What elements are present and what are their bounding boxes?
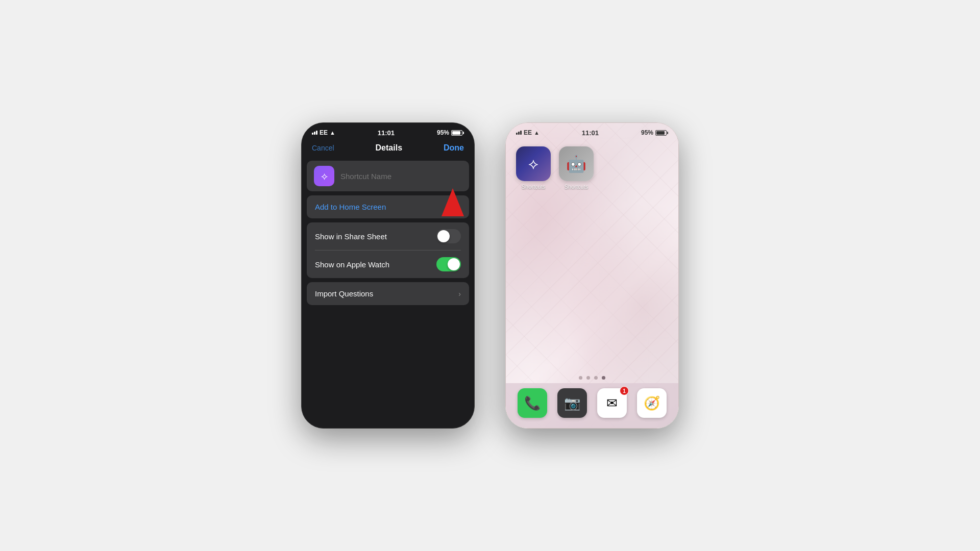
left-status-left: EE ▲ xyxy=(312,129,335,136)
page-dot-3 xyxy=(594,376,598,380)
wifi-icon: ▲ xyxy=(330,130,335,136)
right-time: 11:01 xyxy=(582,129,599,137)
page-dot-1 xyxy=(579,376,582,380)
page-dot-4 xyxy=(602,376,605,380)
battery-icon xyxy=(451,130,464,136)
left-time: 11:01 xyxy=(378,129,395,137)
safari-icon: 🧭 xyxy=(644,395,660,411)
nav-title: Details xyxy=(376,143,402,153)
right-wifi-icon: ▲ xyxy=(534,130,540,136)
apple-watch-row: Show on Apple Watch xyxy=(307,251,469,278)
cancel-button[interactable]: Cancel xyxy=(312,144,334,152)
done-button[interactable]: Done xyxy=(444,143,464,153)
shortcuts-label-1: Shortcuts xyxy=(522,184,545,190)
dock-camera-button[interactable]: 📷 xyxy=(557,388,587,418)
page-dot-2 xyxy=(586,376,590,380)
right-signal-icon xyxy=(516,131,522,135)
right-battery-icon xyxy=(655,130,668,136)
shortcuts-icon-1: ⟡ xyxy=(516,146,551,181)
right-phone: EE ▲ 11:01 95% ⟡ Shortcuts 🤖 Shortcuts xyxy=(505,122,679,429)
import-questions-row[interactable]: Import Questions › xyxy=(307,282,469,305)
carrier-label: EE xyxy=(320,129,328,136)
toggle-section: Show in Share Sheet Show on Apple Watch xyxy=(307,222,469,278)
apple-watch-toggle[interactable] xyxy=(436,257,461,271)
dock-gmail-button[interactable]: ✉ 1 xyxy=(597,388,627,418)
shortcuts-app-2[interactable]: 🤖 Shortcuts xyxy=(559,146,594,190)
home-screen-apps: ⟡ Shortcuts 🤖 Shortcuts xyxy=(506,141,678,195)
left-status-right: 95% xyxy=(437,129,464,136)
robot-glyph: 🤖 xyxy=(566,154,586,173)
camera-icon: 📷 xyxy=(564,395,580,411)
left-phone: EE ▲ 11:01 95% Cancel Details Done ⟡ Add… xyxy=(301,122,475,429)
share-sheet-label: Show in Share Sheet xyxy=(315,232,387,241)
share-sheet-row: Show in Share Sheet xyxy=(307,222,469,250)
shortcut-name-row[interactable]: ⟡ xyxy=(307,161,469,191)
apple-watch-label: Show on Apple Watch xyxy=(315,260,389,269)
shortcuts-glyph-1: ⟡ xyxy=(528,155,538,173)
shortcuts-app-1[interactable]: ⟡ Shortcuts xyxy=(516,146,551,190)
import-questions-label: Import Questions xyxy=(315,289,373,298)
left-status-bar: EE ▲ 11:01 95% xyxy=(302,123,474,141)
nav-bar: Cancel Details Done xyxy=(302,141,474,157)
page-indicator xyxy=(506,376,678,380)
share-sheet-toggle[interactable] xyxy=(436,229,461,243)
phone-icon: 📞 xyxy=(524,395,541,411)
gmail-badge: 1 xyxy=(620,386,629,395)
right-carrier-label: EE xyxy=(524,129,532,136)
battery-percent: 95% xyxy=(437,129,449,136)
shortcuts-label-2: Shortcuts xyxy=(565,184,588,190)
gmail-icon: ✉ xyxy=(606,395,618,411)
dock: 📞 📷 ✉ 1 🧭 xyxy=(506,383,678,428)
dock-safari-button[interactable]: 🧭 xyxy=(637,388,667,418)
dock-phone-button[interactable]: 📞 xyxy=(518,388,547,418)
right-status-left: EE ▲ xyxy=(516,129,540,136)
add-home-label: Add to Home Screen xyxy=(315,203,386,211)
red-arrow-indicator xyxy=(442,188,464,216)
signal-icon xyxy=(312,131,317,135)
right-battery-percent: 95% xyxy=(641,129,653,136)
chevron-right-icon: › xyxy=(458,290,461,298)
right-status-bar: EE ▲ 11:01 95% xyxy=(506,123,678,141)
shortcut-app-icon: ⟡ xyxy=(314,166,334,186)
shortcut-name-input[interactable] xyxy=(340,172,462,181)
right-status-right: 95% xyxy=(641,129,668,136)
shortcuts-symbol-icon: ⟡ xyxy=(321,170,328,182)
custom-shortcuts-icon: 🤖 xyxy=(559,146,594,181)
